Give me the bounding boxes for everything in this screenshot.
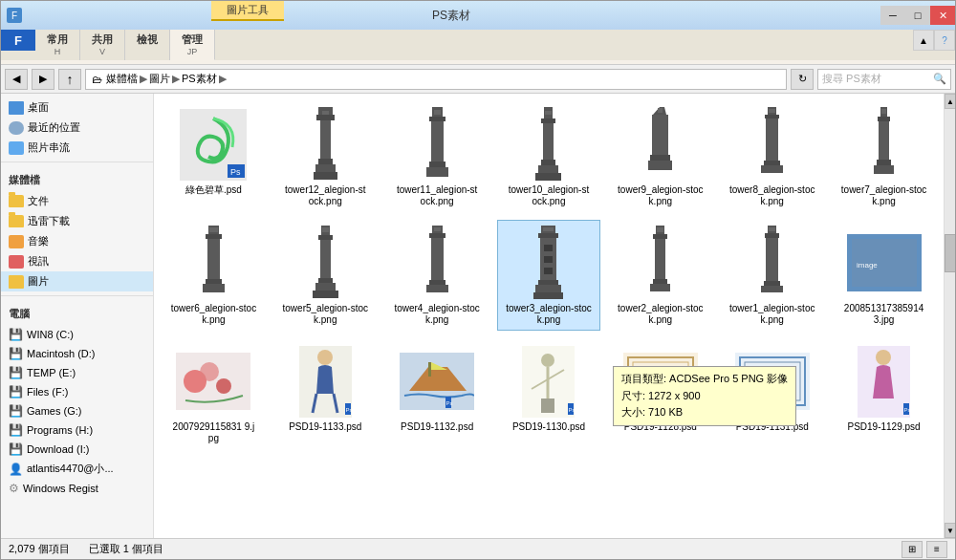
sidebar-item-video[interactable]: 視訊 [1, 251, 153, 271]
svg-rect-44 [203, 284, 225, 292]
scrollbar[interactable]: ▲ ▼ [944, 94, 955, 538]
file-item-0[interactable]: Ps 綠色碧草.psd [162, 101, 266, 212]
address-bar[interactable]: 🗁 媒體檔 ▶ 圖片 ▶ PS素材 ▶ [85, 69, 787, 90]
back-button[interactable]: ◀ [5, 69, 28, 90]
file-name-0: 綠色碧草.psd [185, 184, 242, 196]
file-name-14: 2007929115831 9.jpg [170, 421, 256, 444]
sidebar-item-macintosh[interactable]: 💾 Macintosh (D:) [1, 344, 153, 363]
svg-text:Ps: Ps [230, 167, 241, 177]
tab-manage[interactable]: 管理 JP [170, 30, 215, 60]
file-item-20[interactable]: Ps PSD19-1129.psd [832, 338, 936, 449]
file-item-9[interactable]: tower4_alegion-stock.png [385, 220, 489, 331]
sidebar-item-music[interactable]: 音樂 [1, 231, 153, 251]
sidebar-item-desktop[interactable]: 桌面 [1, 97, 153, 118]
file-item-5[interactable]: tower8_alegion-stock.png [720, 101, 824, 212]
tab-share[interactable]: 共用 V [80, 30, 125, 60]
list-view-button[interactable]: ≡ [926, 541, 947, 558]
file-item-7[interactable]: tower6_alegion-stock.png [162, 220, 266, 331]
scroll-down-button[interactable]: ▼ [945, 523, 955, 538]
sidebar-item-download[interactable]: 💾 Download (I:) [1, 440, 153, 459]
file-thumb-14 [175, 343, 251, 420]
svg-rect-14 [426, 167, 448, 177]
sidebar-label-photostream: 照片串流 [28, 140, 70, 155]
view-controls: ⊞ ≡ [902, 541, 947, 558]
path-segment-2[interactable]: 圖片 [149, 72, 170, 86]
grid-view-button[interactable]: ⊞ [902, 541, 923, 558]
pictures-folder-icon [9, 275, 24, 289]
scroll-up-button[interactable]: ▲ [945, 94, 955, 109]
file-item-10[interactable]: tower3_alegion-stock.png 項目類型: ACDSee Pr… [497, 220, 601, 331]
file-item-8[interactable]: tower5_alegion-stock.png [273, 220, 378, 331]
file-item-15[interactable]: Ps PSD19-1133.psd [273, 338, 378, 449]
ribbon: F 常用 H 共用 V 檢視 管理 JP ▲ ? [1, 30, 955, 65]
svg-rect-80 [769, 227, 775, 231]
file-item-16[interactable]: Ps PSD19-1132.psd [385, 338, 489, 449]
refresh-button[interactable]: ↻ [791, 69, 814, 90]
svg-rect-11 [429, 117, 445, 121]
sidebar-item-programs[interactable]: 💾 Programs (H:) [1, 420, 153, 440]
svg-rect-41 [206, 234, 222, 239]
sidebar-item-win8[interactable]: 💾 WIN8 (C:) [1, 325, 153, 344]
sidebar-item-temp[interactable]: 💾 TEMP (E:) [1, 363, 153, 382]
svg-rect-60 [538, 233, 558, 238]
path-segment-3[interactable]: PS素材 [182, 72, 217, 86]
sidebar-item-pictures[interactable]: 圖片 [1, 271, 153, 291]
main-content: 桌面 最近的位置 照片串流 媒體檔 文件 迅雷下載 音樂 [1, 94, 955, 538]
search-bar[interactable]: 搜尋 PS素材 🔍 [817, 69, 951, 90]
svg-rect-31 [764, 161, 780, 165]
sidebar-item-photostream[interactable]: 照片串流 [1, 138, 153, 158]
file-item-13[interactable]: image 2008513173859143.jpg [832, 220, 936, 331]
svg-rect-70 [653, 234, 667, 239]
minimize-button[interactable]: ─ [880, 6, 905, 25]
file-item-11[interactable]: tower2_alegion-stock.png [608, 220, 712, 331]
file-item-2[interactable]: tower11_alegion-stock.png [385, 101, 489, 212]
tab-common[interactable]: 常用 H [35, 30, 80, 60]
svg-rect-58 [434, 227, 441, 231]
svg-rect-72 [653, 279, 667, 284]
svg-rect-79 [761, 286, 783, 292]
file-name-8: tower5_alegion-stock.png [282, 303, 368, 326]
ribbon-collapse-button[interactable]: ▲ [913, 30, 934, 51]
maximize-button[interactable]: □ [905, 6, 930, 25]
sidebar-item-files[interactable]: 💾 Files (F:) [1, 382, 153, 401]
file-thumb-0: Ps [175, 106, 251, 183]
up-button[interactable]: ↑ [58, 69, 81, 90]
file-item-17[interactable]: Ps PSD19-1130.psd [497, 338, 601, 449]
svg-rect-6 [318, 159, 333, 164]
file-name-12: tower1_alegion-stock.png [729, 303, 815, 326]
scroll-thumb[interactable] [945, 234, 955, 272]
path-segment-1[interactable]: 媒體檔 [106, 72, 138, 86]
svg-rect-24 [652, 115, 668, 155]
file-item-4[interactable]: tower9_alegion-stock.png [608, 101, 712, 212]
sidebar-item-documents[interactable]: 文件 [1, 191, 153, 211]
file-item-3[interactable]: tower10_alegion-stock.png [497, 101, 601, 212]
file-name-7: tower6_alegion-stock.png [170, 303, 256, 326]
svg-rect-8 [314, 172, 337, 180]
tab-view[interactable]: 檢視 [125, 30, 170, 60]
sidebar-label-files: Files (F:) [27, 386, 68, 398]
sidebar-item-games[interactable]: 💾 Games (G:) [1, 401, 153, 420]
svg-rect-55 [431, 238, 444, 280]
sidebar: 桌面 最近的位置 照片串流 媒體檔 文件 迅雷下載 音樂 [1, 94, 154, 538]
file-item-14[interactable]: 2007929115831 9.jpg [162, 338, 266, 449]
drive-i-icon: 💾 [9, 442, 23, 456]
help-button[interactable]: ? [934, 30, 955, 51]
sidebar-label-music: 音樂 [28, 234, 49, 248]
file-menu-button[interactable]: F [1, 30, 35, 51]
sidebar-item-registry[interactable]: ⚙ Windows Regist [1, 479, 153, 498]
file-thumb-7 [175, 225, 251, 301]
sidebar-item-atlantis[interactable]: 👤 atlantis4470@小... [1, 459, 153, 479]
forward-button[interactable]: ▶ [32, 69, 54, 90]
title-bar: F 圖片工具 PS素材 ─ □ ✕ [1, 1, 955, 30]
file-name-17: PSD19-1130.psd [512, 421, 585, 433]
sidebar-item-downloads[interactable]: 迅雷下載 [1, 211, 153, 231]
svg-rect-62 [538, 280, 558, 285]
file-item-12[interactable]: tower1_alegion-stock.png [720, 220, 824, 331]
sidebar-item-recent[interactable]: 最近的位置 [1, 118, 153, 138]
file-item-6[interactable]: tower7_alegion-stock.png [832, 101, 936, 212]
sidebar-label-documents: 文件 [28, 194, 49, 208]
file-thumb-4 [622, 106, 699, 183]
file-item-1[interactable]: tower12_alegion-stock.png [273, 101, 378, 212]
close-button[interactable]: ✕ [930, 6, 955, 25]
sidebar-label-programs: Programs (H:) [27, 424, 93, 436]
